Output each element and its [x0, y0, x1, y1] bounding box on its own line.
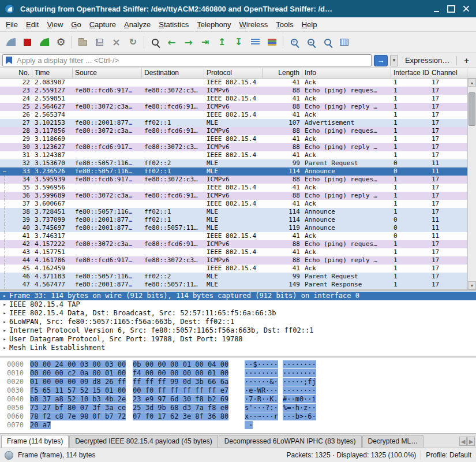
capture-restart-icon[interactable]: [36, 34, 53, 51]
hex-row[interactable]: 005073 27 bf 80 07 3f 3a ce25 3d 9b 68 d…: [0, 404, 476, 412]
column-header-ch[interactable]: Channel: [429, 68, 467, 78]
detail-line[interactable]: ▸IEEE 802.15.4 TAP: [0, 300, 476, 309]
packet-list-scrollbar[interactable]: ▲ ▼: [467, 79, 476, 289]
hex-row[interactable]: 006078 f2 c8 7e 98 0f b7 7207 f0 17 62 3…: [0, 412, 476, 421]
expand-arrow-icon[interactable]: ▸: [0, 300, 9, 309]
hex-ascii[interactable]: s'···?:·: [245, 404, 278, 412]
menu-file[interactable]: File: [2, 18, 22, 31]
zoom-out-icon[interactable]: −: [302, 34, 319, 51]
hex-row[interactable]: 0040b8 37 a8 52 10 b3 4b 2e23 e9 97 6d 3…: [0, 395, 476, 404]
packet-row[interactable]: 444.161786fe80::fcd6:917…fe80::3072:c3…I…: [0, 256, 467, 264]
menu-capture[interactable]: Capture: [85, 18, 120, 31]
expand-arrow-icon[interactable]: ▸: [0, 309, 9, 318]
hex-ascii[interactable]: ·7·R··K.: [245, 395, 278, 403]
packet-row[interactable]: 323.153670fe80::5057:116…ff02::2MLE99Par…: [0, 159, 467, 167]
packet-row[interactable]: 303.123627fe80::fcd6:917…fe80::3072:c3…I…: [0, 143, 467, 151]
auto-scroll-icon[interactable]: [247, 34, 264, 51]
hex-row[interactable]: 001000 00 00 c2 0a 00 01 00f4 00 00 00 0…: [0, 369, 476, 378]
packet-row[interactable]: 273.102153fe80::2001:877…ff02::1MLE107Ad…: [0, 119, 467, 127]
hex-bytes[interactable]: 78 f2 c8 7e 98 0f b7 72: [30, 412, 126, 420]
packet-row[interactable]: 393.737099fe80::2001:877…ff02::1MLE114An…: [0, 216, 467, 224]
zoom-reset-icon[interactable]: [319, 34, 336, 51]
hex-bytes[interactable]: 25 3d 9b 68 d3 7a f8 e0: [133, 404, 228, 412]
menu-analyze[interactable]: Analyze: [120, 18, 155, 31]
hex-bytes[interactable]: 00 00 24 00 03 00 03 00: [30, 360, 126, 368]
hex-ascii[interactable]: ········: [245, 369, 278, 377]
hex-ascii[interactable]: x··~···r: [245, 412, 278, 420]
byte-tab-2[interactable]: Decrypted IEEE 802.15.4 payload (45 byte…: [69, 435, 218, 448]
hex-bytes[interactable]: f5 65 11 57 52 15 01 00: [30, 386, 126, 394]
menu-tools[interactable]: Tools: [272, 18, 297, 31]
packet-row[interactable]: 222.083907IEEE 802.15.441Ack117: [0, 79, 467, 87]
packet-row[interactable]: 403.745697fe80::2001:877…fe80::5057:11…M…: [0, 224, 467, 232]
go-next-icon[interactable]: →: [180, 34, 197, 51]
packet-row[interactable]: 252.564627fe80::3072:c3a…fe80::fcd6:91…I…: [0, 103, 467, 111]
menu-wireless[interactable]: Wireless: [235, 18, 272, 31]
menu-view[interactable]: View: [43, 18, 67, 31]
tab-scroll-left-icon[interactable]: ◀: [459, 437, 467, 446]
packet-row[interactable]: 343.595939fe80::fcd6:917…fe80::3072:c3…I…: [0, 176, 467, 184]
reload-capture-icon[interactable]: ↻: [125, 34, 141, 51]
hex-ascii[interactable]: ········: [283, 386, 316, 394]
packet-row[interactable]: 373.600667IEEE 802.15.441Ack117: [0, 200, 467, 208]
menu-go[interactable]: Go: [67, 18, 85, 31]
hex-ascii[interactable]: ·: [245, 421, 253, 429]
scroll-down-icon[interactable]: ▼: [468, 281, 476, 289]
hex-row[interactable]: 007020 a7 ·: [0, 421, 476, 430]
hex-bytes[interactable]: 0b 00 00 00 01 00 04 00: [133, 360, 228, 368]
hex-bytes[interactable]: 00 f0 ff ff ff ff ff e7: [133, 386, 228, 394]
display-filter-input[interactable]: [2, 54, 372, 66]
expand-arrow-icon[interactable]: ▸: [0, 318, 9, 326]
detail-line[interactable]: ▸User Datagram Protocol, Src Port: 19788…: [0, 335, 476, 344]
hex-ascii[interactable]: %=·h·z··: [283, 404, 316, 412]
capture-stop-icon[interactable]: [19, 34, 36, 51]
packet-row[interactable]: 424.157222fe80::3072:c3a…fe80::fcd6:91…I…: [0, 240, 467, 248]
scrollbar-thumb[interactable]: [468, 92, 475, 126]
packet-row[interactable]: 262.565374IEEE 802.15.441Ack117: [0, 111, 467, 119]
close-capture-icon[interactable]: ×: [108, 34, 125, 51]
go-first-icon[interactable]: ↥: [213, 34, 230, 51]
packet-row[interactable]: 293.118669IEEE 802.15.441Ack117: [0, 135, 467, 143]
expand-arrow-icon[interactable]: ▸: [0, 344, 9, 352]
expand-arrow-icon[interactable]: ▸: [0, 335, 9, 344]
column-header-proto[interactable]: Protocol: [204, 68, 263, 78]
find-packet-icon[interactable]: [147, 34, 163, 51]
packet-row[interactable]: 413.746317IEEE 802.15.441Ack011: [0, 232, 467, 240]
zoom-in-icon[interactable]: +: [286, 34, 302, 51]
column-header-no[interactable]: No.: [0, 68, 32, 78]
expression-button[interactable]: Expression…: [400, 56, 454, 65]
menu-telephony[interactable]: Telephony: [193, 18, 235, 31]
detail-line[interactable]: ▸6LoWPAN, Src: fe80::5057:1165:f56a:663b…: [0, 318, 476, 326]
byte-tab-4[interactable]: Decrypted ML…: [362, 435, 424, 448]
scroll-up-icon[interactable]: ▲: [468, 79, 476, 87]
filter-dropdown-caret[interactable]: ▼: [390, 55, 398, 66]
packet-row[interactable]: 283.117856fe80::3072:c3a…fe80::fcd6:91…I…: [0, 127, 467, 135]
packet-row[interactable]: 232.559127fe80::fcd6:917…fe80::3072:c3…I…: [0, 87, 467, 95]
detail-line[interactable]: ▸Mesh Link Establishment: [0, 344, 476, 352]
column-header-info[interactable]: Info: [302, 68, 391, 78]
column-header-time[interactable]: Time: [32, 68, 73, 78]
hex-ascii[interactable]: ···b>·6·: [283, 412, 316, 420]
hex-ascii[interactable]: ·····;fj: [283, 378, 316, 386]
packet-row[interactable]: 242.559851IEEE 802.15.441Ack117: [0, 95, 467, 103]
hex-row[interactable]: 0030f5 65 11 57 52 15 01 0000 f0 ff ff f…: [0, 386, 476, 395]
add-filter-button[interactable]: +: [459, 55, 474, 65]
hex-bytes[interactable]: 20 a7: [30, 421, 51, 429]
go-to-packet-icon[interactable]: ⇥: [197, 34, 213, 51]
hex-ascii[interactable]: #··m0··i: [283, 395, 316, 403]
hex-bytes[interactable]: b8 37 a8 52 10 b3 4b 2e: [30, 395, 126, 403]
packet-row[interactable]: 464.371183fe80::5057:116…ff02::2MLE99Par…: [0, 273, 467, 281]
hex-ascii[interactable]: ······&·: [245, 378, 278, 386]
menu-help[interactable]: Help: [298, 18, 321, 31]
hex-ascii[interactable]: ········: [283, 369, 316, 377]
hex-ascii[interactable]: ·e·WR···: [245, 386, 278, 394]
apply-filter-button[interactable]: →: [374, 55, 388, 66]
column-header-dst[interactable]: Destination: [142, 68, 204, 78]
menu-edit[interactable]: Edit: [22, 18, 43, 31]
column-header-iface[interactable]: Interface ID: [391, 68, 429, 78]
hex-bytes[interactable]: 01 00 00 00 09 d8 26 ff: [30, 378, 126, 386]
hex-row[interactable]: 002001 00 00 00 09 d8 26 ffff ff ff 99 0…: [0, 378, 476, 386]
byte-tab-1[interactable]: Frame (114 bytes): [1, 435, 69, 448]
tab-scroll-right-icon[interactable]: ▶: [467, 437, 475, 446]
detail-line[interactable]: ▸Frame 33: 114 bytes on wire (912 bits),…: [0, 292, 476, 300]
